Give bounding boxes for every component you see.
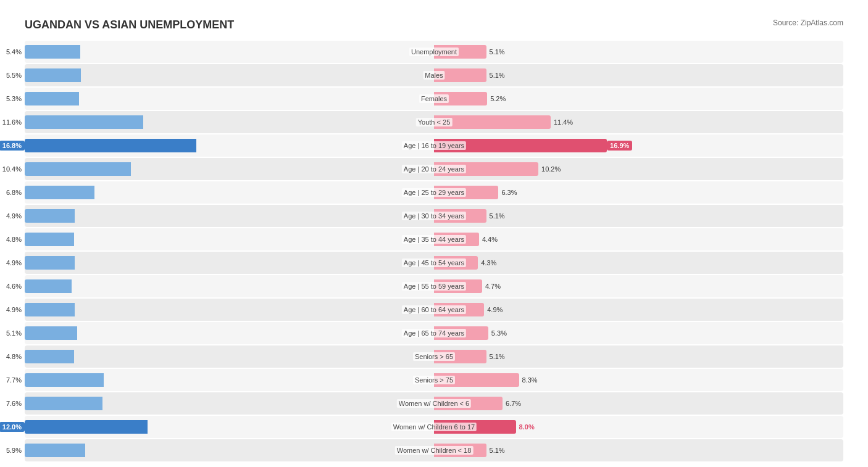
chart-row: 5.9%5.1%Women w/ Children < 18 <box>25 439 843 461</box>
bars-container: 5.4%5.1%Unemployment5.5%5.1%Males5.3%5.2… <box>25 41 843 461</box>
chart-row: 4.8%5.1%Seniors > 65 <box>25 345 843 368</box>
chart-row: 4.9%4.9%Age | 60 to 64 years <box>25 299 843 321</box>
chart-row: 5.5%5.1%Males <box>25 64 843 86</box>
chart-row: 5.1%5.3%Age | 65 to 74 years <box>25 322 843 344</box>
chart-header: UGANDAN VS ASIAN UNEMPLOYMENT Source: Zi… <box>25 19 843 31</box>
chart-title: UGANDAN VS ASIAN UNEMPLOYMENT <box>25 19 234 31</box>
chart-row: 7.6%6.7%Women w/ Children < 6 <box>25 392 843 415</box>
chart-row: 10.4%10.2%Age | 20 to 24 years <box>25 158 843 180</box>
chart-source: Source: ZipAtlas.com <box>773 19 843 27</box>
chart-row: 4.8%4.4%Age | 35 to 44 years <box>25 228 843 250</box>
chart-row: 12.0%8.0%Women w/ Children 6 to 17 <box>25 416 843 438</box>
chart-row: 5.4%5.1%Unemployment <box>25 41 843 63</box>
chart-row: 11.6%11.4%Youth < 25 <box>25 111 843 133</box>
chart-row: 4.9%4.3%Age | 45 to 54 years <box>25 252 843 274</box>
chart-row: 16.8%16.9%Age | 16 to 19 years <box>25 134 843 157</box>
chart-row: 6.8%6.3%Age | 25 to 29 years <box>25 181 843 204</box>
chart-row: 4.6%4.7%Age | 55 to 59 years <box>25 275 843 297</box>
chart-row: 7.7%8.3%Seniors > 75 <box>25 369 843 391</box>
chart-container: UGANDAN VS ASIAN UNEMPLOYMENT Source: Zi… <box>12 12 856 467</box>
chart-row: 4.9%5.1%Age | 30 to 34 years <box>25 205 843 227</box>
chart-row: 5.3%5.2%Females <box>25 88 843 110</box>
